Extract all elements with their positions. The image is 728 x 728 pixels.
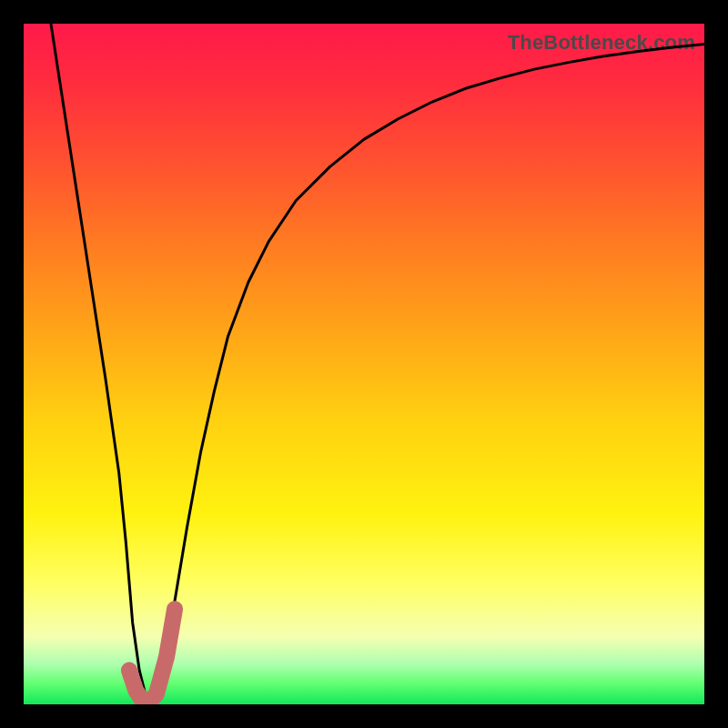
plot-area: TheBottleneck.com bbox=[24, 24, 704, 704]
chart-frame: TheBottleneck.com bbox=[0, 0, 728, 728]
bottleneck-curve bbox=[51, 24, 704, 704]
chart-svg bbox=[24, 24, 704, 704]
